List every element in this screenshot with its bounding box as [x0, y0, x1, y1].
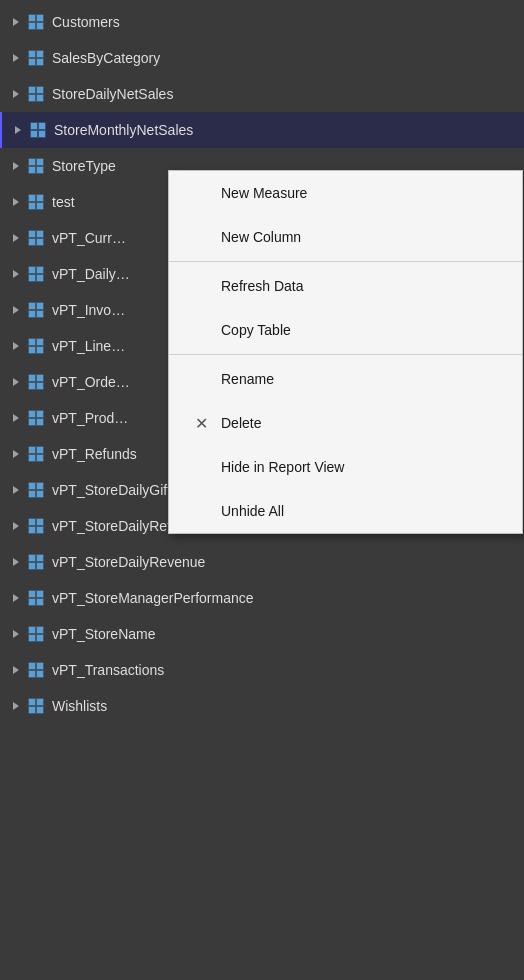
- tree-item[interactable]: vPT_StoreManagerPerformance: [0, 580, 524, 616]
- svg-rect-23: [39, 131, 45, 137]
- chevron-right-icon: [8, 338, 24, 354]
- svg-marker-78: [13, 486, 19, 494]
- svg-rect-50: [29, 303, 35, 309]
- svg-marker-60: [13, 378, 19, 386]
- svg-marker-108: [13, 666, 19, 674]
- menu-separator: [169, 261, 522, 262]
- svg-marker-90: [13, 558, 19, 566]
- svg-marker-72: [13, 450, 19, 458]
- menu-icon-spacer: [189, 499, 213, 523]
- svg-marker-48: [13, 306, 19, 314]
- svg-marker-42: [13, 270, 19, 278]
- svg-rect-86: [29, 519, 35, 525]
- table-icon: [26, 372, 46, 392]
- tree-item[interactable]: StoreDailyNetSales: [0, 76, 524, 112]
- menu-icon-spacer: [189, 181, 213, 205]
- tree-item[interactable]: SalesByCategory: [0, 40, 524, 76]
- svg-rect-113: [37, 671, 43, 677]
- table-icon: [26, 444, 46, 464]
- svg-rect-53: [37, 311, 43, 317]
- table-icon: [26, 516, 46, 536]
- tree-item[interactable]: Wishlists: [0, 688, 524, 724]
- table-icon: [26, 156, 46, 176]
- table-icon: [26, 192, 46, 212]
- svg-rect-33: [37, 195, 43, 201]
- tree-item[interactable]: Customers: [0, 4, 524, 40]
- table-icon: [26, 336, 46, 356]
- svg-marker-6: [13, 54, 19, 62]
- menu-item-unhide-all[interactable]: Unhide All: [169, 489, 522, 533]
- svg-rect-8: [29, 51, 35, 57]
- table-icon: [26, 300, 46, 320]
- svg-rect-82: [29, 491, 35, 497]
- chevron-right-icon: [8, 230, 24, 246]
- chevron-right-icon: [8, 158, 24, 174]
- svg-rect-76: [29, 455, 35, 461]
- tree-item[interactable]: vPT_StoreName: [0, 616, 524, 652]
- svg-marker-18: [15, 126, 21, 134]
- chevron-right-icon: [8, 626, 24, 642]
- tree-item-label: Customers: [52, 14, 120, 30]
- menu-icon-spacer: [189, 367, 213, 391]
- svg-rect-10: [29, 59, 35, 65]
- svg-rect-65: [37, 383, 43, 389]
- svg-rect-47: [37, 275, 43, 281]
- table-icon: [26, 588, 46, 608]
- tree-item[interactable]: StoreMonthlyNetSales: [0, 112, 524, 148]
- chevron-right-icon: [8, 590, 24, 606]
- svg-rect-89: [37, 527, 43, 533]
- svg-rect-74: [29, 447, 35, 453]
- svg-rect-68: [29, 411, 35, 417]
- svg-rect-107: [37, 635, 43, 641]
- chevron-right-icon: [8, 518, 24, 534]
- svg-rect-93: [37, 555, 43, 561]
- svg-rect-34: [29, 203, 35, 209]
- menu-item-rename[interactable]: Rename: [169, 357, 522, 401]
- tree-item-label: SalesByCategory: [52, 50, 160, 66]
- table-icon: [26, 696, 46, 716]
- svg-rect-104: [29, 627, 35, 633]
- svg-rect-101: [37, 599, 43, 605]
- table-icon: [26, 480, 46, 500]
- menu-item-refresh-data[interactable]: Refresh Data: [169, 264, 522, 308]
- chevron-right-icon: [8, 266, 24, 282]
- menu-item-label: Hide in Report View: [221, 459, 344, 475]
- svg-marker-54: [13, 342, 19, 350]
- tree-item[interactable]: vPT_StoreDailyRevenue: [0, 544, 524, 580]
- svg-rect-2: [29, 15, 35, 21]
- svg-rect-27: [37, 159, 43, 165]
- menu-item-new-column[interactable]: New Column: [169, 215, 522, 259]
- svg-rect-99: [37, 591, 43, 597]
- svg-rect-17: [37, 95, 43, 101]
- svg-rect-95: [37, 563, 43, 569]
- menu-item-label: Refresh Data: [221, 278, 303, 294]
- svg-rect-14: [29, 87, 35, 93]
- tree-item[interactable]: vPT_Transactions: [0, 652, 524, 688]
- tree-item-label: vPT_Refunds: [52, 446, 137, 462]
- svg-marker-12: [13, 90, 19, 98]
- tree-item-label: vPT_Line…: [52, 338, 125, 354]
- svg-rect-26: [29, 159, 35, 165]
- svg-marker-96: [13, 594, 19, 602]
- svg-rect-46: [29, 275, 35, 281]
- menu-item-label: Rename: [221, 371, 274, 387]
- svg-rect-58: [29, 347, 35, 353]
- svg-rect-22: [31, 131, 37, 137]
- svg-rect-106: [29, 635, 35, 641]
- menu-item-copy-table[interactable]: Copy Table: [169, 308, 522, 352]
- menu-item-new-measure[interactable]: New Measure: [169, 171, 522, 215]
- svg-rect-11: [37, 59, 43, 65]
- menu-icon-spacer: [189, 455, 213, 479]
- svg-rect-119: [37, 707, 43, 713]
- menu-item-hide-in-report-view[interactable]: Hide in Report View: [169, 445, 522, 489]
- chevron-right-icon: [8, 86, 24, 102]
- svg-marker-114: [13, 702, 19, 710]
- svg-rect-87: [37, 519, 43, 525]
- svg-rect-116: [29, 699, 35, 705]
- svg-rect-16: [29, 95, 35, 101]
- tree-item-label: vPT_StoreName: [52, 626, 155, 642]
- tree-item-label: vPT_Orde…: [52, 374, 130, 390]
- menu-item-delete[interactable]: ✕Delete: [169, 401, 522, 445]
- menu-separator: [169, 354, 522, 355]
- menu-icon-spacer: [189, 274, 213, 298]
